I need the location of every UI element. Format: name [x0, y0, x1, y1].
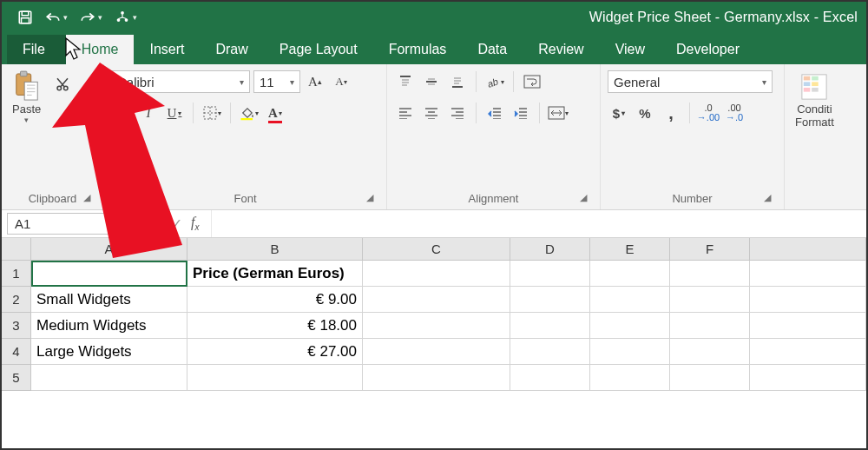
cell-C2[interactable]	[363, 287, 510, 313]
row-header-5[interactable]: 5	[2, 365, 31, 391]
font-name-combo[interactable]: Calibri▾	[111, 70, 250, 93]
align-middle-icon[interactable]	[420, 70, 443, 93]
cell-G5[interactable]	[750, 365, 866, 391]
underline-button[interactable]: U▾	[163, 102, 186, 124]
row-header-3[interactable]: 3	[2, 313, 31, 339]
number-format-combo[interactable]: General▾	[608, 70, 773, 93]
cell-D1[interactable]	[510, 261, 590, 287]
col-header-overflow[interactable]	[750, 238, 866, 261]
cell-E1[interactable]	[590, 261, 670, 287]
cell-A4[interactable]: Large Widgets	[31, 339, 187, 365]
cell-F5[interactable]	[670, 365, 750, 391]
cell-D3[interactable]	[510, 313, 590, 339]
tab-view[interactable]: View	[600, 35, 661, 64]
cell-E2[interactable]	[590, 287, 670, 313]
number-launcher-icon[interactable]: ◢	[761, 192, 773, 204]
conditional-formatting-button[interactable]: Conditi Formatt	[792, 69, 838, 130]
cell-A2[interactable]: Small Widgets	[31, 287, 187, 313]
cell-G2[interactable]	[750, 287, 866, 313]
percent-format-button[interactable]: %	[634, 102, 656, 124]
cell-B4[interactable]: € 27.00	[187, 339, 363, 365]
increase-font-icon[interactable]: A▴	[304, 70, 326, 93]
font-color-button[interactable]: A▾	[264, 102, 286, 124]
font-launcher-icon[interactable]: ◢	[364, 192, 376, 204]
tab-developer[interactable]: Developer	[661, 35, 755, 64]
undo-button[interactable]: ▾	[45, 10, 68, 24]
cell-A5[interactable]	[31, 365, 187, 391]
align-center-icon[interactable]	[420, 102, 443, 124]
increase-indent-icon[interactable]	[510, 102, 532, 124]
name-box[interactable]: A1▾	[7, 213, 139, 235]
decrease-font-icon[interactable]: A▾	[330, 70, 352, 93]
col-header-D[interactable]: D	[510, 238, 590, 261]
cell-F4[interactable]	[670, 339, 750, 365]
tab-page-layout[interactable]: Page Layout	[264, 35, 373, 64]
cell-B1[interactable]: Price (German Euros)	[187, 261, 363, 287]
cell-D4[interactable]	[510, 339, 590, 365]
tab-file[interactable]: File	[7, 35, 66, 64]
clipboard-launcher-icon[interactable]: ◢	[81, 192, 93, 204]
increase-decimal-icon[interactable]: .0→.00	[697, 102, 720, 124]
alignment-launcher-icon[interactable]: ◢	[577, 192, 589, 204]
cell-E4[interactable]	[590, 339, 670, 365]
bold-button[interactable]: B	[111, 102, 134, 124]
cell-E3[interactable]	[590, 313, 670, 339]
col-header-E[interactable]: E	[590, 238, 670, 261]
cell-C3[interactable]	[363, 313, 510, 339]
comma-format-button[interactable]: ,	[660, 102, 682, 124]
tab-formulas[interactable]: Formulas	[373, 35, 463, 64]
select-all-corner[interactable]	[2, 238, 31, 261]
cell-C4[interactable]	[363, 339, 510, 365]
tab-home[interactable]: Home	[66, 35, 135, 64]
font-size-combo[interactable]: 11▾	[253, 70, 300, 93]
cut-button[interactable]	[51, 73, 74, 96]
cell-B3[interactable]: € 18.00	[187, 313, 363, 339]
cell-F2[interactable]	[670, 287, 750, 313]
row-header-1[interactable]: 1	[2, 261, 31, 287]
cell-C5[interactable]	[363, 365, 510, 391]
tab-review[interactable]: Review	[523, 35, 599, 64]
row-header-2[interactable]: 2	[2, 287, 31, 313]
fill-color-button[interactable]: ▾	[238, 102, 260, 124]
formula-input[interactable]	[211, 210, 866, 237]
decrease-decimal-icon[interactable]: .00→.0	[723, 102, 746, 124]
decrease-indent-icon[interactable]	[483, 102, 506, 124]
tab-draw[interactable]: Draw	[200, 35, 263, 64]
row-header-4[interactable]: 4	[2, 339, 31, 365]
enter-formula-icon[interactable]: ✓	[171, 215, 182, 232]
italic-button[interactable]: I	[137, 102, 160, 124]
redo-button[interactable]: ▾	[80, 10, 102, 24]
cell-E5[interactable]	[590, 365, 670, 391]
cell-B2[interactable]: € 9.00	[187, 287, 363, 313]
tab-insert[interactable]: Insert	[134, 35, 200, 64]
worksheet-grid[interactable]: A B C D E F 1 Price (German Euros) 2 Sma…	[2, 238, 866, 391]
cell-F3[interactable]	[670, 313, 750, 339]
col-header-B[interactable]: B	[187, 238, 363, 261]
cell-G3[interactable]	[750, 313, 866, 339]
align-right-icon[interactable]	[446, 102, 469, 124]
align-bottom-icon[interactable]	[446, 70, 469, 93]
cell-D5[interactable]	[510, 365, 590, 391]
orientation-button[interactable]: ab▾	[483, 70, 506, 93]
col-header-C[interactable]: C	[363, 238, 510, 261]
cell-D2[interactable]	[510, 287, 590, 313]
cell-A1[interactable]	[31, 261, 187, 287]
align-top-icon[interactable]	[394, 70, 417, 93]
customize-icon[interactable]: ▾	[115, 10, 137, 25]
tab-data[interactable]: Data	[462, 35, 523, 64]
fx-icon[interactable]: fx	[191, 215, 199, 232]
merge-center-button[interactable]: ▾	[547, 102, 569, 124]
borders-button[interactable]: ▾	[201, 102, 223, 124]
cell-F1[interactable]	[670, 261, 750, 287]
cancel-formula-icon[interactable]: ✕	[151, 215, 162, 232]
paste-button[interactable]: Paste ▾	[9, 69, 44, 126]
cell-G1[interactable]	[750, 261, 866, 287]
save-icon[interactable]	[17, 10, 33, 25]
accounting-format-button[interactable]: $▾	[608, 102, 630, 124]
cell-A3[interactable]: Medium Widgets	[31, 313, 187, 339]
cell-C1[interactable]	[363, 261, 510, 287]
cell-G4[interactable]	[750, 339, 866, 365]
col-header-A[interactable]: A	[31, 238, 187, 261]
align-left-icon[interactable]	[394, 102, 417, 124]
wrap-text-button[interactable]	[521, 70, 543, 93]
